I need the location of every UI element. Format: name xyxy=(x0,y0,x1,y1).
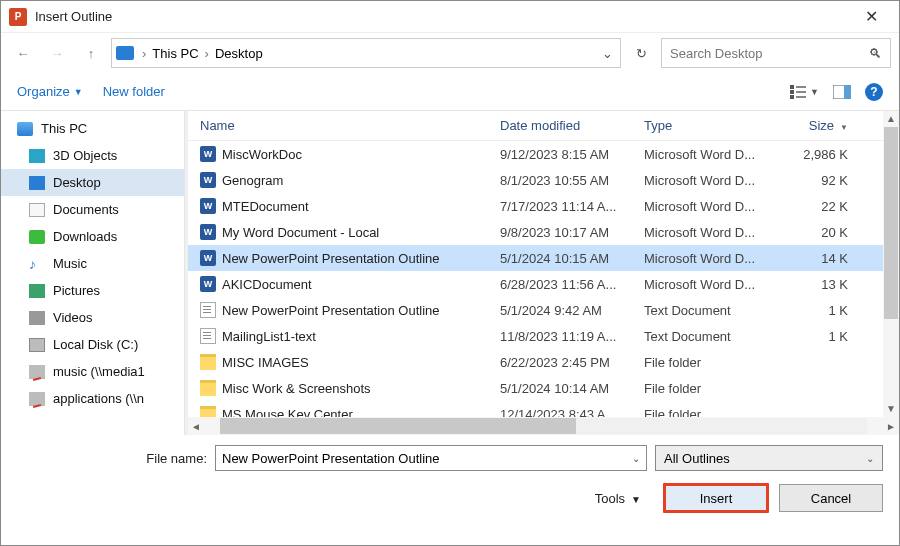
sidebar-item-this-pc[interactable]: This PC xyxy=(1,115,184,142)
caret-down-icon: ▼ xyxy=(631,494,641,505)
file-date: 7/17/2023 11:14 A... xyxy=(500,199,644,214)
disk-icon xyxy=(29,338,45,352)
forward-button[interactable]: → xyxy=(43,39,71,67)
main-area: This PC3D ObjectsDesktopDocumentsDownloa… xyxy=(1,111,899,435)
file-row[interactable]: WMTEDocument7/17/2023 11:14 A...Microsof… xyxy=(188,193,899,219)
file-rows: WMiscWorkDoc9/12/2023 8:15 AMMicrosoft W… xyxy=(188,141,899,417)
file-row[interactable]: WMiscWorkDoc9/12/2023 8:15 AMMicrosoft W… xyxy=(188,141,899,167)
txt-file-icon xyxy=(200,302,216,318)
file-row[interactable]: WGenogram8/1/2023 10:55 AMMicrosoft Word… xyxy=(188,167,899,193)
sidebar-item-3d-objects[interactable]: 3D Objects xyxy=(1,142,184,169)
file-type: File folder xyxy=(644,381,786,396)
filename-value: New PowerPoint Presentation Outline xyxy=(222,451,632,466)
dropdown-icon[interactable]: ⌄ xyxy=(632,453,640,464)
search-input[interactable]: Search Desktop 🔍︎ xyxy=(661,38,891,68)
view-mode-button[interactable]: ▼ xyxy=(790,85,819,99)
file-size: 14 K xyxy=(786,251,856,266)
sidebar-item-pictures[interactable]: Pictures xyxy=(1,277,184,304)
sidebar-item-local-disk-c-[interactable]: Local Disk (C:) xyxy=(1,331,184,358)
sidebar-item-label: Videos xyxy=(53,310,93,325)
file-name: Genogram xyxy=(222,173,283,188)
file-type: Text Document xyxy=(644,303,786,318)
organize-menu[interactable]: Organize ▼ xyxy=(17,84,83,99)
insert-button[interactable]: Insert xyxy=(663,483,769,513)
sidebar-item-videos[interactable]: Videos xyxy=(1,304,184,331)
pc-icon xyxy=(17,122,33,136)
scroll-thumb[interactable] xyxy=(884,127,898,319)
pc-icon xyxy=(116,46,134,60)
filename-input[interactable]: New PowerPoint Presentation Outline ⌄ xyxy=(215,445,647,471)
new-folder-label: New folder xyxy=(103,84,165,99)
file-type: Text Document xyxy=(644,329,786,344)
scroll-thumb[interactable] xyxy=(220,418,576,434)
word-file-icon: W xyxy=(200,276,216,292)
preview-pane-button[interactable] xyxy=(833,85,851,99)
cancel-button[interactable]: Cancel xyxy=(779,484,883,512)
file-date: 5/1/2024 10:15 AM xyxy=(500,251,644,266)
chevron-right-icon: › xyxy=(140,46,148,61)
file-row[interactable]: MISC IMAGES6/22/2023 2:45 PMFile folder xyxy=(188,349,899,375)
breadcrumb-root[interactable]: This PC xyxy=(148,46,202,61)
file-type: Microsoft Word D... xyxy=(644,251,786,266)
scroll-down-icon[interactable]: ▼ xyxy=(883,401,899,417)
up-button[interactable]: ↑ xyxy=(77,39,105,67)
filetype-filter[interactable]: All Outlines ⌄ xyxy=(655,445,883,471)
refresh-button[interactable]: ↻ xyxy=(627,39,655,67)
sidebar-item-desktop[interactable]: Desktop xyxy=(1,169,184,196)
file-date: 9/8/2023 10:17 AM xyxy=(500,225,644,240)
file-date: 5/1/2024 10:14 AM xyxy=(500,381,644,396)
sidebar-item-label: This PC xyxy=(41,121,87,136)
file-row[interactable]: WMy Word Document - Local9/8/2023 10:17 … xyxy=(188,219,899,245)
file-name: MS Mouse Kev Center xyxy=(222,407,353,418)
file-row[interactable]: New PowerPoint Presentation Outline5/1/2… xyxy=(188,297,899,323)
sidebar-item-music[interactable]: ♪Music xyxy=(1,250,184,277)
new-folder-button[interactable]: New folder xyxy=(103,84,165,99)
back-button[interactable]: ← xyxy=(9,39,37,67)
file-type: Microsoft Word D... xyxy=(644,277,786,292)
vertical-scrollbar[interactable]: ▲ ▼ xyxy=(883,111,899,417)
help-button[interactable]: ? xyxy=(865,83,883,101)
titlebar: P Insert Outline ✕ xyxy=(1,1,899,33)
address-bar[interactable]: › This PC › Desktop ⌄ xyxy=(111,38,621,68)
address-dropdown[interactable]: ⌄ xyxy=(598,46,616,61)
file-size: 22 K xyxy=(786,199,856,214)
file-row[interactable]: MailingList1-text11/8/2023 11:19 A...Tex… xyxy=(188,323,899,349)
column-size[interactable]: Size▼ xyxy=(786,118,856,133)
horizontal-scrollbar[interactable]: ◄ ► xyxy=(188,417,899,435)
tools-menu[interactable]: Tools▼ xyxy=(595,491,641,506)
svg-rect-1 xyxy=(790,90,794,94)
search-placeholder: Search Desktop xyxy=(670,46,763,61)
svg-rect-4 xyxy=(796,91,806,93)
file-row[interactable]: WAKICDocument6/28/2023 11:56 A...Microso… xyxy=(188,271,899,297)
sidebar-item-applications-n[interactable]: applications (\\n xyxy=(1,385,184,412)
scroll-left-icon[interactable]: ◄ xyxy=(188,421,204,432)
file-row[interactable]: Misc Work & Screenshots5/1/2024 10:14 AM… xyxy=(188,375,899,401)
sidebar-item-label: Local Disk (C:) xyxy=(53,337,138,352)
close-button[interactable]: ✕ xyxy=(851,1,891,33)
file-row[interactable]: MS Mouse Kev Center12/14/2023 8:43 A...F… xyxy=(188,401,899,417)
filename-label: File name: xyxy=(17,451,207,466)
sidebar-item-documents[interactable]: Documents xyxy=(1,196,184,223)
word-file-icon: W xyxy=(200,146,216,162)
column-name[interactable]: Name xyxy=(200,118,500,133)
down-icon xyxy=(29,230,45,244)
caret-down-icon: ▼ xyxy=(810,87,819,97)
column-date[interactable]: Date modified xyxy=(500,118,644,133)
file-name: New PowerPoint Presentation Outline xyxy=(222,251,440,266)
file-row[interactable]: WNew PowerPoint Presentation Outline5/1/… xyxy=(188,245,899,271)
breadcrumb-leaf[interactable]: Desktop xyxy=(211,46,267,61)
scroll-right-icon[interactable]: ► xyxy=(883,421,899,432)
file-size: 13 K xyxy=(786,277,856,292)
sidebar-item-label: 3D Objects xyxy=(53,148,117,163)
file-name: MISC IMAGES xyxy=(222,355,309,370)
file-date: 6/22/2023 2:45 PM xyxy=(500,355,644,370)
sidebar-item-music-media1[interactable]: music (\\media1 xyxy=(1,358,184,385)
scroll-up-icon[interactable]: ▲ xyxy=(883,111,899,127)
sidebar-item-downloads[interactable]: Downloads xyxy=(1,223,184,250)
txt-file-icon xyxy=(200,328,216,344)
file-type: File folder xyxy=(644,355,786,370)
folder-file-icon xyxy=(200,406,216,417)
file-list: Name Date modified Type Size▼ WMiscWorkD… xyxy=(188,111,899,435)
column-type[interactable]: Type xyxy=(644,118,786,133)
file-size: 1 K xyxy=(786,329,856,344)
